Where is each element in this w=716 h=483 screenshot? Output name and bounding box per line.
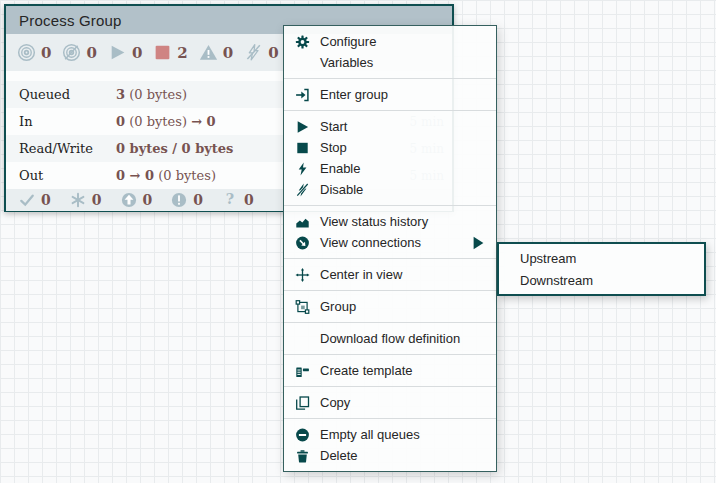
menu-item-label: Variables <box>320 55 373 70</box>
status-badge: 0 <box>17 43 51 62</box>
status-badge: 0 <box>62 43 96 62</box>
enter-group-icon <box>295 88 310 102</box>
stale-icon <box>121 192 137 208</box>
badge-count: 0 <box>86 44 96 62</box>
badge-count: 0 <box>143 192 153 208</box>
disable-icon <box>295 183 310 197</box>
menu-item-empty-all-queues[interactable]: Empty all queues <box>284 424 496 445</box>
menu-group: Empty all queuesDelete <box>284 418 496 471</box>
menu-item-label: Configure <box>320 34 376 49</box>
submenu-item-downstream[interactable]: Downstream <box>499 269 704 291</box>
gear-icon <box>295 35 310 49</box>
status-badge: 0 <box>70 192 102 208</box>
locally-modified-icon <box>70 192 86 208</box>
badge-count: 0 <box>41 44 51 62</box>
menu-item-label: Start <box>320 119 347 134</box>
group-icon <box>295 300 310 314</box>
badge-count: 0 <box>193 192 203 208</box>
process-group-title: Process Group <box>19 12 122 29</box>
menu-item-enable[interactable]: Enable <box>284 158 496 179</box>
not-transmitting-icon <box>62 43 81 62</box>
status-badge: 0 <box>244 43 278 62</box>
stat-label: Queued <box>19 87 116 102</box>
status-badge: 0 <box>199 43 233 62</box>
menu-item-view-connections[interactable]: View connections <box>284 232 496 253</box>
status-badge: 0 <box>171 192 203 208</box>
icon-spacer <box>295 332 310 346</box>
stat-label: Out <box>19 168 116 183</box>
menu-item-label: Enable <box>320 161 360 176</box>
status-badge: 0 <box>19 192 51 208</box>
submenu-arrow-icon <box>471 236 486 250</box>
template-icon <box>295 364 310 378</box>
menu-item-label: Create template <box>320 363 413 378</box>
menu-item-label: Group <box>320 299 356 314</box>
menu-item-label: Empty all queues <box>320 427 420 442</box>
disabled-icon <box>244 43 263 62</box>
menu-item-variables[interactable]: Variables <box>284 52 496 73</box>
menu-item-label: Delete <box>320 448 358 463</box>
menu-item-delete[interactable]: Delete <box>284 445 496 466</box>
icon-spacer <box>295 56 310 70</box>
badge-count: 2 <box>177 44 187 62</box>
stat-label: Read/Write <box>19 141 116 156</box>
menu-item-disable[interactable]: Disable <box>284 179 496 200</box>
status-history-icon <box>295 215 310 229</box>
flow-canvas[interactable]: Process Group 000200 Queued3 (0 bytes)In… <box>0 0 716 483</box>
menu-item-start[interactable]: Start <box>284 116 496 137</box>
menu-item-download-flow-definition[interactable]: Download flow definition <box>284 328 496 349</box>
menu-item-group[interactable]: Group <box>284 296 496 317</box>
badge-count: 0 <box>268 44 278 62</box>
locally-modified-stale-icon <box>171 192 187 208</box>
menu-group: View status historyView connections <box>284 205 496 258</box>
badge-count: 0 <box>132 44 142 62</box>
empty-queues-icon <box>295 428 310 442</box>
menu-group: StartStopEnableDisable <box>284 110 496 205</box>
sync-failure-icon: ? <box>222 192 238 208</box>
menu-item-stop[interactable]: Stop <box>284 137 496 158</box>
menu-item-label: Download flow definition <box>320 331 460 346</box>
menu-group: Copy <box>284 386 496 418</box>
menu-group: Group <box>284 290 496 322</box>
submenu-item-upstream[interactable]: Upstream <box>499 247 704 269</box>
menu-item-create-template[interactable]: Create template <box>284 360 496 381</box>
stopped-icon <box>153 43 172 62</box>
menu-group: Center in view <box>284 258 496 290</box>
menu-item-label: Copy <box>320 395 350 410</box>
badge-count: 0 <box>244 192 254 208</box>
start-icon <box>295 120 310 134</box>
menu-item-label: View status history <box>320 214 428 229</box>
menu-item-label: Disable <box>320 182 363 197</box>
badge-count: 0 <box>41 192 51 208</box>
up-to-date-icon <box>19 192 35 208</box>
menu-item-label: Stop <box>320 140 347 155</box>
transmitting-icon <box>17 43 36 62</box>
menu-item-label: Enter group <box>320 87 388 102</box>
delete-icon <box>295 449 310 463</box>
view-connections-icon <box>295 236 310 250</box>
enable-icon <box>295 162 310 176</box>
status-badge: 2 <box>153 43 187 62</box>
menu-item-copy[interactable]: Copy <box>284 392 496 413</box>
status-badge: 0 <box>121 192 153 208</box>
context-menu: ConfigureVariablesEnter groupStartStopEn… <box>283 25 497 472</box>
menu-group: ConfigureVariables <box>284 26 496 78</box>
stat-label: In <box>19 114 116 129</box>
badge-count: 0 <box>223 44 233 62</box>
menu-item-label: View connections <box>320 235 421 250</box>
badge-count: 0 <box>92 192 102 208</box>
menu-item-enter-group[interactable]: Enter group <box>284 84 496 105</box>
svg-text:?: ? <box>226 192 234 207</box>
status-badge: 0 <box>108 43 142 62</box>
view-connections-submenu: UpstreamDownstream <box>497 242 706 296</box>
menu-group: Enter group <box>284 78 496 110</box>
menu-item-view-status-history[interactable]: View status history <box>284 211 496 232</box>
center-view-icon <box>295 268 310 282</box>
menu-group: Create template <box>284 354 496 386</box>
copy-icon <box>295 396 310 410</box>
stop-icon <box>295 141 310 155</box>
status-badge: ?0 <box>222 192 254 208</box>
menu-item-configure[interactable]: Configure <box>284 31 496 52</box>
menu-item-label: Center in view <box>320 267 402 282</box>
menu-item-center-in-view[interactable]: Center in view <box>284 264 496 285</box>
